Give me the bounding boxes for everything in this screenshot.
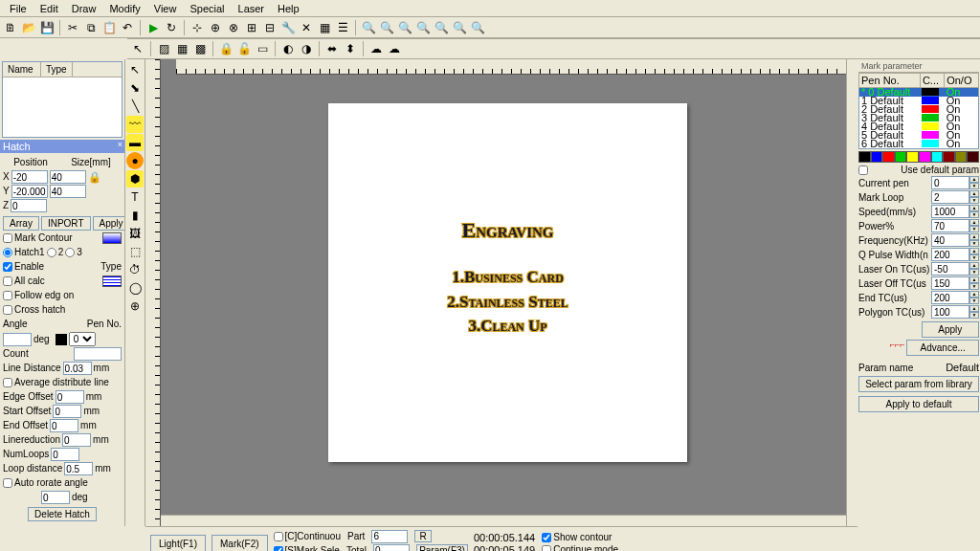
pen-hdr-color[interactable]: C... (920, 74, 944, 88)
spinner[interactable]: ▲▼ (969, 291, 979, 304)
color-swatch[interactable] (955, 151, 968, 163)
x-size-input[interactable] (50, 170, 86, 184)
param-input[interactable] (931, 190, 969, 204)
angle-input[interactable] (3, 333, 32, 346)
spinner[interactable]: ▲▼ (969, 248, 979, 261)
enable-check[interactable] (3, 262, 12, 272)
param-input[interactable] (931, 276, 969, 290)
color-swatch[interactable] (871, 151, 883, 163)
line-tool-icon[interactable]: ╲ (126, 98, 144, 115)
canvas-line2-text[interactable]: 2.Stainless Steel (328, 293, 687, 312)
zoom1-icon[interactable]: 🔍 (433, 19, 450, 36)
pen-row[interactable]: 6 DefaultOn (859, 140, 979, 149)
snap1-icon[interactable]: ⊹ (189, 19, 206, 36)
mark-contour-check[interactable] (3, 233, 12, 243)
x-pos-input[interactable] (11, 170, 48, 184)
cross-check[interactable] (3, 305, 12, 315)
r-button[interactable]: R (414, 530, 431, 542)
spinner[interactable]: ▲▼ (969, 276, 979, 290)
numloops-input[interactable] (51, 448, 79, 461)
canvas-line1-text[interactable]: 1.Business Card (328, 268, 687, 287)
param-input[interactable] (931, 219, 969, 232)
spinner[interactable]: ▲▼ (969, 176, 979, 189)
vector-tool-icon[interactable]: ⬚ (126, 243, 144, 260)
part-input[interactable] (371, 530, 408, 543)
polygon-tool-icon[interactable]: ⬢ (126, 170, 144, 187)
workspace[interactable]: Engraving 1.Business Card 2.Stainless St… (161, 75, 846, 515)
curve-tool-icon[interactable]: 〰 (126, 116, 144, 133)
page[interactable]: Engraving 1.Business Card 2.Stainless St… (328, 103, 687, 462)
advance-button[interactable]: Advance... (906, 340, 979, 356)
hatch2-radio[interactable] (47, 248, 56, 257)
contmode-check[interactable] (542, 545, 551, 552)
param-input[interactable] (931, 176, 969, 189)
mark-button[interactable]: Mark(F2) (212, 535, 268, 552)
lock-aspect-icon[interactable]: 🔒 (88, 170, 101, 184)
color-swatch[interactable] (967, 151, 979, 163)
scrollbar-vertical[interactable] (846, 59, 858, 526)
menu-view[interactable]: View (147, 1, 184, 16)
timer-tool-icon[interactable]: ⏱ (126, 261, 144, 278)
param-input[interactable] (931, 205, 969, 218)
barcode-tool-icon[interactable]: ▮ (126, 207, 144, 224)
hatch1-radio[interactable] (3, 248, 12, 257)
play-icon[interactable]: ▶ (145, 19, 162, 36)
pointer-icon[interactable]: ↖ (129, 40, 146, 57)
list-icon[interactable]: ☰ (334, 19, 351, 36)
menu-help[interactable]: Help (271, 1, 306, 16)
zoom-out-icon[interactable]: 🔍 (378, 19, 395, 36)
shape1-icon[interactable]: ◐ (279, 40, 297, 57)
color-swatch[interactable] (882, 151, 895, 163)
encoder-tool-icon[interactable]: ⊕ (126, 298, 144, 315)
delete-hatch-button[interactable]: Delete Hatch (28, 507, 97, 521)
marksel-check[interactable] (274, 546, 283, 552)
pen-table[interactable]: Pen No.C...On/O * 0 DefaultOn 1 DefaultO… (858, 73, 979, 149)
hatch3-radio[interactable] (65, 248, 75, 257)
tool1-icon[interactable]: 🔧 (279, 19, 297, 36)
param-input[interactable] (931, 248, 969, 261)
spinner[interactable]: ▲▼ (969, 190, 979, 204)
obj-col-name[interactable]: Name (3, 62, 41, 77)
zoom-fit-icon[interactable]: 🔍 (396, 19, 413, 36)
link-icon[interactable]: ⌐⌐⌐ (858, 340, 904, 356)
avgdist-check[interactable] (3, 378, 12, 387)
z-pos-input[interactable] (11, 199, 47, 212)
undo-icon[interactable]: ↶ (119, 19, 136, 36)
paste-icon[interactable]: 📋 (100, 19, 118, 36)
linedist-input[interactable] (63, 362, 92, 375)
usedefault-check[interactable] (858, 165, 868, 175)
open-icon[interactable]: 📂 (20, 19, 37, 36)
hatch2-icon[interactable]: ▦ (173, 40, 190, 57)
new-icon[interactable]: 🗎 (2, 19, 19, 36)
zoom-in-icon[interactable]: 🔍 (360, 19, 377, 36)
canvas-title-text[interactable]: Engraving (328, 218, 687, 243)
obj-col-type[interactable]: Type (41, 62, 73, 77)
import-button[interactable]: INPORT (41, 216, 91, 231)
spinner[interactable]: ▲▼ (969, 205, 979, 218)
layer-icon[interactable]: ▭ (254, 40, 271, 57)
param-button[interactable]: Param(F3) (416, 544, 468, 551)
menu-edit[interactable]: Edit (33, 1, 65, 16)
color-swatch[interactable] (895, 151, 907, 163)
linered-input[interactable] (62, 433, 91, 447)
copy-icon[interactable]: ⧉ (82, 19, 100, 36)
snap5-icon[interactable]: ⊟ (261, 19, 278, 36)
scrollbar-horizontal[interactable] (161, 515, 846, 526)
menu-file[interactable]: File (3, 1, 33, 16)
param-input[interactable] (931, 305, 969, 319)
select-tool-icon[interactable]: ↖ (126, 61, 144, 78)
follow-check[interactable] (3, 291, 12, 300)
select-library-button[interactable]: Select param from library (858, 376, 979, 392)
array-button[interactable]: Array (3, 216, 39, 231)
snap4-icon[interactable]: ⊞ (243, 19, 260, 36)
snap3-icon[interactable]: ⊗ (225, 19, 242, 36)
contour-swatch[interactable] (102, 232, 122, 244)
pen-select[interactable]: 0 (69, 332, 96, 346)
spinner[interactable]: ▲▼ (969, 305, 979, 319)
circle-tool-icon[interactable]: ● (126, 152, 144, 169)
group-icon[interactable]: ☁ (368, 40, 385, 57)
redo-icon[interactable]: ↻ (163, 19, 180, 36)
param-input[interactable] (931, 262, 969, 276)
spinner[interactable]: ▲▼ (969, 219, 979, 232)
color-palette[interactable] (858, 151, 979, 163)
